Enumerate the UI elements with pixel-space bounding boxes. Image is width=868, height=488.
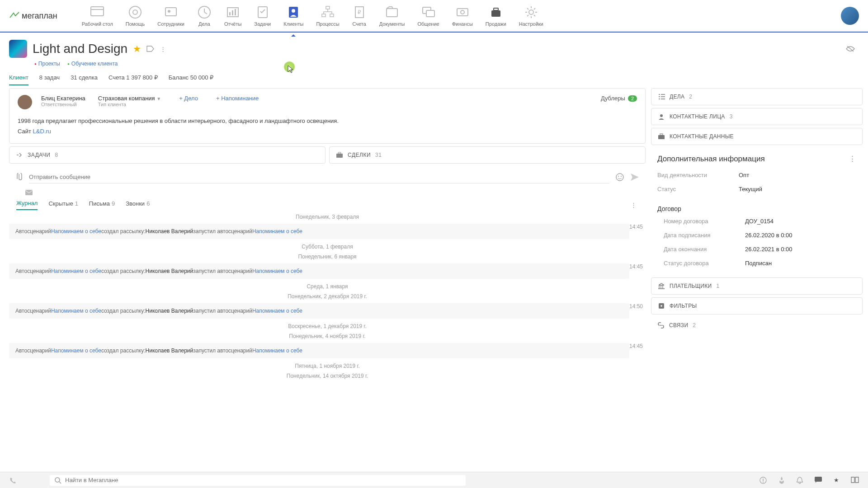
right-card-list[interactable]: ДЕЛА2 — [651, 88, 863, 105]
contract-subhead: Договор — [657, 201, 856, 214]
duplicates-indicator[interactable]: Дублеры 2 — [601, 95, 637, 102]
nav-chat[interactable]: Общение — [411, 1, 445, 30]
left-column: Блиц Екатерина Ответственный Страховая к… — [0, 85, 651, 487]
feed-time: 14:50 — [629, 303, 646, 310]
staff-icon — [164, 5, 178, 19]
nav-staff[interactable]: Сотрудники — [151, 1, 191, 30]
client-type-value[interactable]: Страховая компания ▼ — [98, 95, 161, 102]
nav-tasks[interactable]: Дела — [191, 1, 218, 30]
feed-row[interactable]: Автосценарий Напоминаем о себе создал ра… — [9, 263, 629, 279]
svg-point-15 — [292, 9, 295, 13]
sub-tab[interactable]: Клиент — [9, 74, 28, 85]
client-avatar[interactable] — [9, 40, 27, 58]
extra-info-more-icon[interactable]: ⋮ — [849, 154, 856, 164]
global-search[interactable] — [50, 475, 466, 486]
nav-docs[interactable]: Документы — [373, 1, 411, 30]
desktop-icon — [90, 5, 104, 19]
add-reminder-link[interactable]: + Напоминание — [216, 95, 259, 102]
help-icon — [128, 5, 142, 19]
nav-settings[interactable]: Настройки — [513, 1, 550, 30]
feed-date: Суббота, 1 февраля — [9, 244, 646, 250]
svg-text:₽: ₽ — [358, 9, 361, 15]
sales-icon — [489, 5, 503, 19]
bell-icon[interactable] — [797, 477, 803, 484]
nav-help[interactable]: Помощь — [119, 1, 151, 30]
sub-tab[interactable]: 8 задач — [39, 74, 60, 85]
breadcrumb-link[interactable]: Обучение клиента — [67, 61, 118, 67]
right-card-link[interactable]: СВЯЗИ2 — [651, 317, 863, 333]
deals-card[interactable]: СДЕЛКИ 31 — [329, 146, 646, 164]
nav-invoices[interactable]: ₽Счета — [346, 1, 373, 30]
phone-icon[interactable] — [9, 477, 16, 484]
svg-rect-37 — [660, 134, 663, 135]
add-task-link[interactable]: + Дело — [179, 95, 198, 102]
responsible-avatar[interactable] — [18, 95, 32, 109]
nav-finance[interactable]: Финансы — [446, 1, 479, 30]
page-title: Light and Design — [33, 42, 127, 56]
compose-row — [9, 166, 646, 188]
tasks-icon — [16, 151, 23, 159]
svg-rect-44 — [815, 477, 822, 482]
journal-tab[interactable]: Звонки6 — [126, 200, 150, 210]
docs-icon — [385, 5, 399, 19]
nav-clients[interactable]: Клиенты — [277, 1, 310, 30]
contract-field: Дата подписания26.02.2020 в 0:00 — [657, 228, 856, 242]
feed-date: Пятница, 1 ноября 2019 г. — [9, 363, 646, 369]
breadcrumb-link[interactable]: Проекты — [34, 61, 60, 67]
responsible-name[interactable]: Блиц Екатерина — [41, 95, 85, 102]
attach-icon[interactable] — [15, 173, 23, 181]
client-site-link[interactable]: L&D.ru — [33, 128, 51, 135]
sub-tab[interactable]: 31 сделка — [71, 74, 98, 85]
mail-icon[interactable] — [25, 190, 651, 195]
compose-input[interactable] — [29, 171, 609, 183]
right-card-filter[interactable]: ФИЛЬТРЫ — [651, 297, 863, 314]
client-description: 1998 года предлагает профессиональные ре… — [18, 116, 637, 137]
visibility-off-icon[interactable] — [845, 45, 855, 52]
journal-tab[interactable]: Письма9 — [89, 200, 115, 210]
search-icon — [54, 477, 61, 484]
svg-rect-23 — [426, 10, 434, 17]
journal-tab[interactable]: Журнал — [16, 200, 38, 210]
svg-point-43 — [763, 482, 764, 483]
info-icon[interactable] — [760, 477, 767, 484]
nav-reports[interactable]: Отчёты — [218, 1, 248, 30]
fire-icon[interactable] — [778, 477, 785, 484]
logo-text: мегаплан — [22, 11, 57, 21]
right-card-people[interactable]: КОНТАКТНЫЕ ЛИЦА3 — [651, 108, 863, 125]
tasks-icon — [197, 5, 212, 19]
nav-processes[interactable]: Процессы — [310, 1, 345, 30]
send-icon[interactable] — [630, 173, 639, 181]
tag-icon[interactable] — [146, 46, 155, 52]
sub-tabs: Клиент8 задач31 сделкаСчета 1 397 800 ₽Б… — [0, 74, 868, 85]
journal-tab[interactable]: Скрытые1 — [48, 200, 78, 210]
right-card-bank[interactable]: ПЛАТЕЛЬЩИКИ1 — [651, 277, 863, 295]
nav-sales[interactable]: Продажи — [479, 1, 513, 30]
feed-row[interactable]: Автосценарий Напоминаем о себе создал ра… — [9, 303, 629, 319]
emoji-icon[interactable] — [616, 173, 624, 181]
book-icon[interactable] — [851, 477, 859, 484]
user-avatar[interactable] — [841, 7, 859, 25]
logo[interactable]: мегаплан — [9, 11, 57, 21]
svg-point-5 — [168, 10, 170, 13]
tasks-card[interactable]: ЗАДАЧИ 8 — [9, 146, 326, 164]
journal-more-icon[interactable]: ⋮ — [631, 202, 637, 208]
nav-desktop[interactable]: Рабочий стол — [75, 1, 119, 30]
search-input[interactable] — [65, 477, 461, 483]
favorite-icon[interactable]: ★ — [834, 477, 839, 484]
feed-row[interactable]: Автосценарий Напоминаем о себе создал ра… — [9, 224, 629, 239]
chat-icon[interactable] — [815, 477, 822, 484]
todo-icon — [255, 5, 270, 19]
sub-tab[interactable]: Баланс 50 000 ₽ — [169, 74, 213, 85]
svg-rect-0 — [91, 7, 104, 16]
feed-row[interactable]: Автосценарий Напоминаем о себе создал ра… — [9, 343, 629, 358]
logo-icon — [9, 11, 20, 20]
nav-todo[interactable]: Задачи — [248, 1, 277, 30]
star-icon[interactable]: ★ — [133, 43, 141, 54]
svg-rect-21 — [387, 9, 397, 17]
sub-tab[interactable]: Счета 1 397 800 ₽ — [108, 74, 158, 85]
more-icon[interactable]: ⋮ — [160, 46, 166, 52]
extra-info-title: Дополнительная информация — [657, 155, 765, 164]
right-card-briefcase[interactable]: КОНТАКТНЫЕ ДАННЫЕ — [651, 128, 863, 145]
link-icon — [657, 322, 665, 329]
svg-rect-34 — [25, 190, 33, 195]
